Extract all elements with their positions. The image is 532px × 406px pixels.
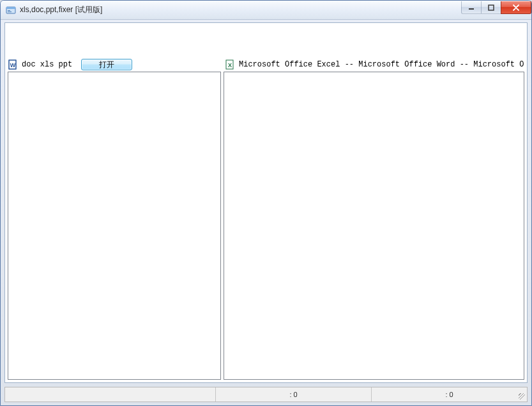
svg-rect-2	[8, 10, 10, 11]
toolbar-area	[5, 23, 527, 59]
statusbar: : 0 : 0	[4, 387, 528, 402]
client-area: W doc xls ppt 打开 X Microsof	[4, 22, 528, 383]
excel-doc-icon: X	[225, 59, 235, 70]
titlebar[interactable]: xls,doc,ppt,fixer [试用版]	[1, 1, 531, 20]
app-icon	[6, 5, 16, 15]
svg-rect-4	[469, 8, 474, 10]
right-panel-body[interactable]	[224, 72, 524, 380]
svg-rect-1	[6, 7, 15, 9]
svg-text:W: W	[10, 62, 16, 68]
svg-rect-3	[8, 12, 11, 12]
status-cell-1	[5, 387, 216, 402]
left-panel-label: doc xls ppt	[22, 60, 72, 69]
close-button[interactable]	[501, 1, 531, 14]
status-cell-2: : 0	[216, 387, 372, 402]
window-title: xls,doc,ppt,fixer [试用版]	[20, 4, 102, 15]
status-text-2: : 0	[289, 391, 297, 398]
open-button[interactable]: 打开	[81, 59, 132, 70]
minimize-button[interactable]	[461, 1, 482, 14]
panels-row: W doc xls ppt 打开 X Microsof	[5, 59, 527, 382]
svg-rect-5	[489, 5, 494, 10]
status-text-3: : 0	[445, 391, 453, 398]
left-panel-body[interactable]	[8, 72, 221, 380]
left-panel-header: W doc xls ppt 打开	[5, 59, 222, 72]
status-cell-3: : 0	[372, 387, 527, 402]
window-controls	[461, 1, 531, 15]
right-panel: X Microsoft Office Excel -- Microsoft Of…	[222, 59, 527, 382]
left-panel: W doc xls ppt 打开	[5, 59, 222, 382]
svg-text:X: X	[228, 62, 232, 68]
right-panel-header: X Microsoft Office Excel -- Microsoft Of…	[222, 59, 527, 72]
maximize-button[interactable]	[481, 1, 501, 14]
app-window: xls,doc,ppt,fixer [试用版]	[0, 0, 532, 406]
word-doc-icon: W	[8, 59, 18, 70]
right-panel-label: Microsoft Office Excel -- Microsoft Offi…	[239, 60, 524, 69]
